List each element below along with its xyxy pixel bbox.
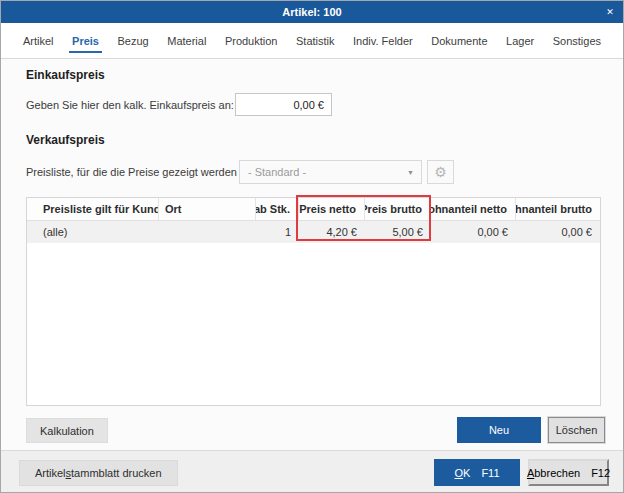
print-label-rest: tammblatt drucken: [71, 467, 161, 479]
column-header-preis-netto[interactable]: Preis netto: [299, 198, 365, 220]
column-header-ort[interactable]: Ort: [159, 198, 256, 220]
cancel-fkey-label: F12: [591, 467, 610, 479]
close-icon[interactable]: ✕: [597, 1, 623, 23]
tab-bar: Artikel Preis Bezug Material Produktion …: [1, 23, 623, 59]
sales-price-heading: Verkaufspreis: [26, 133, 105, 147]
ok-label-rest: K: [463, 467, 470, 479]
tab-statistik[interactable]: Statistik: [296, 23, 335, 58]
column-header-kunde[interactable]: Preisliste gilt für Kunde: [27, 198, 159, 220]
tab-artikel[interactable]: Artikel: [23, 23, 54, 58]
cell-preis-netto: 4,20 €: [299, 221, 365, 243]
cell-ort: [159, 221, 256, 243]
tab-lager[interactable]: Lager: [506, 23, 534, 58]
table-row[interactable]: (alle) 1 4,20 € 5,00 € 0,00 € 0,00 €: [27, 221, 600, 243]
cell-kunde: (alle): [27, 221, 159, 243]
tab-sonstiges[interactable]: Sonstiges: [553, 23, 601, 58]
cancel-label-rest: bbrechen: [534, 467, 580, 479]
chevron-down-icon: ▼: [407, 169, 421, 176]
column-header-lohnanteil-brutto[interactable]: Lohnanteil brutto: [516, 198, 600, 220]
gear-icon: ⚙: [434, 164, 447, 180]
kalkulation-button[interactable]: Kalkulation: [26, 418, 108, 443]
print-datasheet-button[interactable]: Artikelstammblatt drucken: [19, 460, 178, 486]
article-dialog: Artikel: 100 ✕ Artikel Preis Bezug Mater…: [0, 0, 624, 493]
tab-dokumente[interactable]: Dokumente: [431, 23, 487, 58]
cell-preis-brutto: 5,00 €: [365, 221, 431, 243]
neu-button[interactable]: Neu: [457, 417, 541, 443]
tab-produktion[interactable]: Produktion: [225, 23, 278, 58]
ok-fkey-label: F11: [481, 467, 499, 479]
loeschen-button[interactable]: Löschen: [548, 417, 605, 443]
cancel-button[interactable]: AbbrechenF12: [528, 459, 609, 486]
purchase-price-heading: Einkaufspreis: [26, 68, 105, 82]
cancel-label-mnemonic: A: [527, 467, 534, 479]
purchase-price-input[interactable]: [235, 93, 332, 116]
cell-lohnanteil-netto: 0,00 €: [431, 221, 516, 243]
column-header-lohnanteil-netto[interactable]: Lohnanteil netto: [431, 198, 516, 220]
tab-material[interactable]: Material: [167, 23, 206, 58]
tab-bezug[interactable]: Bezug: [118, 23, 149, 58]
tab-indiv-felder[interactable]: Indiv. Felder: [353, 23, 413, 58]
tab-preis[interactable]: Preis: [72, 23, 99, 58]
ok-button[interactable]: OKF11: [434, 459, 520, 486]
print-label-prefix: Artikel: [35, 467, 66, 479]
window-title: Artikel: 100: [282, 6, 341, 18]
price-table: Preisliste gilt für Kunde Ort ab Stk. Pr…: [26, 197, 601, 406]
pricelist-selected-value: - Standard -: [240, 166, 407, 178]
cell-lohnanteil-brutto: 0,00 €: [516, 221, 600, 243]
titlebar: Artikel: 100 ✕: [1, 1, 623, 23]
purchase-price-label: Geben Sie hier den kalk. Einkaufspreis a…: [26, 99, 234, 111]
pricelist-dropdown[interactable]: - Standard - ▼: [239, 160, 422, 184]
cell-ab-stk: 1: [256, 221, 299, 243]
table-header-row: Preisliste gilt für Kunde Ort ab Stk. Pr…: [27, 198, 600, 221]
column-header-preis-brutto[interactable]: Preis brutto: [365, 198, 431, 220]
pricelist-settings-button[interactable]: ⚙: [427, 160, 454, 184]
column-header-ab-stk[interactable]: ab Stk.: [256, 198, 299, 220]
ok-label-mnemonic: O: [454, 467, 463, 479]
pricelist-label: Preisliste, für die die Preise gezeigt w…: [26, 166, 272, 178]
